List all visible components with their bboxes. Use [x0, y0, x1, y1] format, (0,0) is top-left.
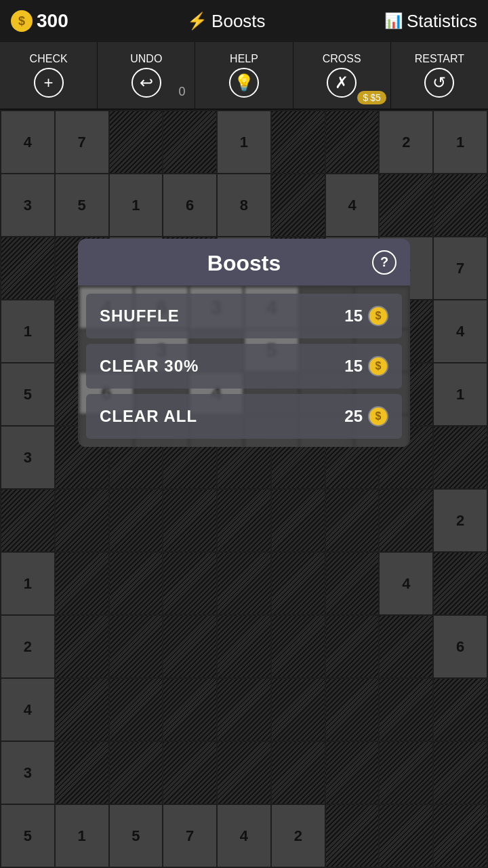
- modal-help-button[interactable]: ?: [372, 250, 396, 275]
- boost-cost-number: 15: [344, 357, 363, 376]
- modal-body: 463435644 SHUFFLE15$CLEAR 30%15$CLEAR AL…: [78, 285, 410, 447]
- status-bar: $ 300 ⚡ Boosts 📊 Statistics: [0, 0, 488, 42]
- coin-amount: 300: [37, 10, 68, 32]
- boost-cost-number: 25: [344, 407, 363, 426]
- cost-coin-icon: $: [368, 406, 388, 427]
- cross-badge: $ $5: [357, 91, 386, 104]
- boosts-button[interactable]: ⚡ Boosts: [187, 11, 266, 32]
- coin-icon: $: [11, 10, 33, 32]
- cross-button[interactable]: Cross ✗ $ $5: [293, 42, 391, 108]
- modal-overlay: Boosts ? 463435644 SHUFFLE15$CLEAR 30%15…: [0, 110, 488, 868]
- boost-cost: 15$: [344, 356, 388, 376]
- boost-clear-30%-button[interactable]: CLEAR 30%15$: [86, 344, 402, 389]
- undo-badge: 0: [178, 85, 185, 99]
- bolt-icon: ⚡: [187, 12, 207, 31]
- coin-display: $ 300: [11, 10, 68, 32]
- check-icon: +: [34, 68, 64, 98]
- help-question-icon: ?: [380, 254, 388, 270]
- restart-label: Restart: [415, 53, 464, 65]
- undo-button[interactable]: Undo ↩ 0: [98, 42, 195, 108]
- coin-icon-small: $: [363, 92, 368, 103]
- modal-header: Boosts ?: [78, 239, 410, 285]
- boost-cost: 15$: [344, 306, 388, 326]
- boost-cost-number: 15: [344, 307, 363, 326]
- help-icon: 💡: [229, 68, 259, 98]
- cross-icon: ✗: [327, 68, 357, 98]
- undo-icon: ↩: [131, 68, 161, 98]
- statistics-button[interactable]: 📊 Statistics: [384, 11, 477, 32]
- boosts-modal: Boosts ? 463435644 SHUFFLE15$CLEAR 30%15…: [78, 239, 410, 447]
- cost-coin-icon: $: [368, 306, 388, 326]
- boost-cost: 25$: [344, 406, 388, 427]
- cross-label: Cross: [323, 53, 361, 65]
- stats-label: Statistics: [407, 11, 477, 32]
- check-label: Check: [30, 53, 68, 65]
- boost-clear-all-button[interactable]: CLEAR ALL25$: [86, 394, 402, 439]
- boost-name: SHUFFLE: [100, 307, 180, 326]
- boosts-label: Boosts: [211, 11, 266, 32]
- restart-button[interactable]: Restart ↺: [391, 42, 488, 108]
- modal-title: Boosts: [207, 251, 281, 276]
- boost-name: CLEAR 30%: [100, 357, 199, 376]
- help-label: Help: [230, 53, 258, 65]
- cost-coin-icon: $: [368, 356, 388, 376]
- stats-icon: 📊: [384, 12, 403, 30]
- check-button[interactable]: Check +: [0, 42, 98, 108]
- boost-name: CLEAR ALL: [100, 407, 197, 426]
- cross-cost: $5: [370, 92, 381, 103]
- restart-icon: ↺: [424, 68, 454, 98]
- boost-shuffle-button[interactable]: SHUFFLE15$: [86, 294, 402, 338]
- toolbar: Check + Undo ↩ 0 Help 💡 Cross ✗ $ $5 Res…: [0, 42, 488, 110]
- game-area: 4712135168454247115145132142643515742 Bo…: [0, 110, 488, 868]
- undo-label: Undo: [130, 53, 162, 65]
- boost-buttons-container: SHUFFLE15$CLEAR 30%15$CLEAR ALL25$: [78, 285, 410, 447]
- help-button[interactable]: Help 💡: [195, 42, 293, 108]
